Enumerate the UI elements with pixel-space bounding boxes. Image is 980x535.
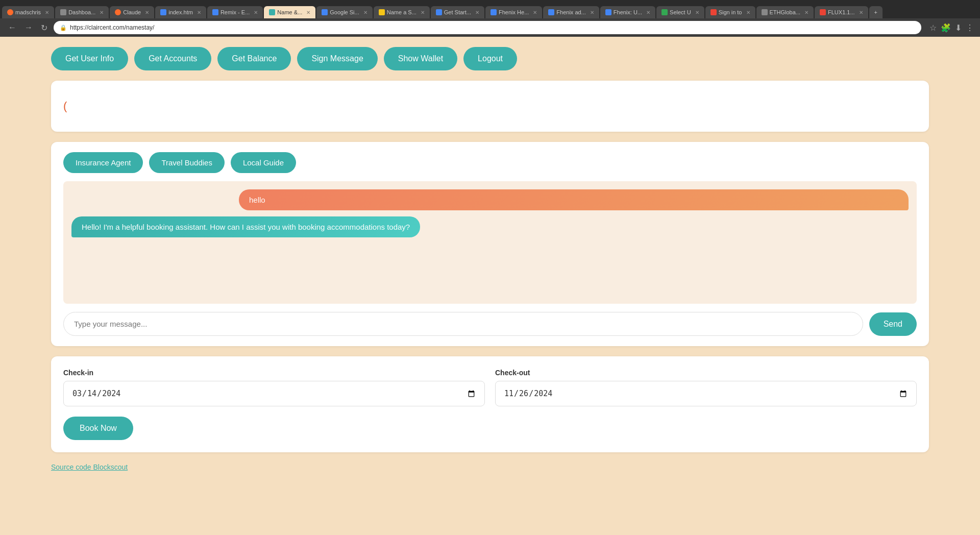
checkout-label: Check-out bbox=[495, 369, 917, 377]
source-link[interactable]: Source code Blockscout bbox=[51, 463, 128, 471]
chat-section-card: Insurance Agent Travel Buddies Local Gui… bbox=[51, 142, 929, 346]
tab-remix[interactable]: Remix - E... ✕ bbox=[207, 6, 263, 18]
sign-message-button[interactable]: Sign Message bbox=[297, 47, 377, 70]
tab-indexhtml[interactable]: index.htm ✕ bbox=[155, 6, 206, 18]
message-user: hello bbox=[239, 189, 909, 210]
tab-favicon bbox=[762, 9, 768, 15]
tab-sign-in[interactable]: Sign in to ✕ bbox=[705, 6, 755, 18]
tab-favicon bbox=[322, 9, 328, 15]
message-assistant: Hello! I'm a helpful booking assistant. … bbox=[71, 216, 420, 237]
logout-button[interactable]: Logout bbox=[463, 47, 517, 70]
tab-favicon bbox=[269, 9, 275, 15]
travel-buddies-button[interactable]: Travel Buddies bbox=[149, 152, 225, 173]
tab-fhenix-ad[interactable]: Fhenix ad... ✕ bbox=[543, 6, 599, 18]
address-bar-row: ← → ↻ 🔒 https://claircent.com/namestay/ … bbox=[0, 18, 980, 37]
top-action-buttons: Get User Info Get Accounts Get Balance S… bbox=[51, 47, 929, 70]
reload-button[interactable]: ↻ bbox=[39, 22, 50, 34]
menu-icon[interactable]: ⋮ bbox=[966, 23, 974, 33]
tab-favicon bbox=[820, 9, 826, 15]
extensions-icon[interactable]: 🧩 bbox=[941, 23, 951, 33]
tab-ethglobal[interactable]: ETHGloba... ✕ bbox=[756, 6, 814, 18]
checkin-field: Check-in bbox=[63, 369, 485, 406]
tab-favicon bbox=[662, 9, 668, 15]
page-content: Get User Info Get Accounts Get Balance S… bbox=[0, 37, 980, 535]
booking-dates-row: Check-in Check-out bbox=[63, 369, 917, 406]
cursor-symbol: ( bbox=[63, 100, 67, 113]
tab-flux[interactable]: FLUX1.1... ✕ bbox=[815, 6, 868, 18]
tab-fhenix-u[interactable]: Fhenix: U... ✕ bbox=[600, 6, 655, 18]
message-input-row: Send bbox=[63, 312, 917, 336]
security-lock-icon: 🔒 bbox=[60, 25, 67, 31]
tab-favicon bbox=[710, 9, 717, 15]
tab-favicon bbox=[491, 9, 497, 15]
tab-madschris[interactable]: madschris ✕ bbox=[2, 6, 54, 18]
back-button[interactable]: ← bbox=[6, 22, 18, 33]
browser-tab-bar: madschris ✕ Dashboa... ✕ Claude ✕ index.… bbox=[0, 0, 980, 18]
tab-favicon bbox=[115, 9, 121, 15]
insurance-agent-button[interactable]: Insurance Agent bbox=[63, 152, 143, 173]
tab-favicon bbox=[212, 9, 218, 15]
tab-claude[interactable]: Claude ✕ bbox=[110, 6, 154, 18]
tab-name-s[interactable]: Name a S... ✕ bbox=[374, 6, 430, 18]
downloads-icon[interactable]: ⬇ bbox=[955, 23, 962, 33]
send-button[interactable]: Send bbox=[869, 312, 917, 336]
tab-selectu[interactable]: Select U ✕ bbox=[656, 6, 704, 18]
get-user-info-button[interactable]: Get User Info bbox=[51, 47, 128, 70]
checkin-input[interactable] bbox=[63, 381, 485, 406]
address-bar[interactable]: 🔒 https://claircent.com/namestay/ bbox=[54, 21, 921, 34]
book-now-button[interactable]: Book Now bbox=[63, 417, 133, 440]
bookmark-icon[interactable]: ☆ bbox=[929, 23, 937, 33]
url-text: https://claircent.com/namestay/ bbox=[70, 24, 154, 31]
forward-button[interactable]: → bbox=[22, 22, 35, 33]
local-guide-button[interactable]: Local Guide bbox=[231, 152, 296, 173]
get-accounts-button[interactable]: Get Accounts bbox=[134, 47, 211, 70]
tab-fhenix-he[interactable]: Fhenix He... ✕ bbox=[485, 6, 542, 18]
show-wallet-button[interactable]: Show Wallet bbox=[384, 47, 457, 70]
tab-favicon bbox=[160, 9, 166, 15]
tab-favicon bbox=[379, 9, 385, 15]
tab-name-active[interactable]: Name &... ✕ bbox=[264, 6, 315, 18]
chat-messages-area: hello Hello! I'm a helpful booking assis… bbox=[63, 181, 917, 304]
text-display-card: ( bbox=[51, 81, 929, 132]
tab-dashboard[interactable]: Dashboa... ✕ bbox=[55, 6, 109, 18]
message-input[interactable] bbox=[63, 312, 863, 336]
footer: Source code Blockscout bbox=[51, 463, 929, 472]
get-balance-button[interactable]: Get Balance bbox=[217, 47, 291, 70]
tab-favicon bbox=[60, 9, 66, 15]
browser-actions: ☆ 🧩 ⬇ ⋮ bbox=[929, 23, 974, 33]
checkout-field: Check-out bbox=[495, 369, 917, 406]
booking-section: Check-in Check-out Book Now bbox=[51, 356, 929, 452]
agent-selector-buttons: Insurance Agent Travel Buddies Local Gui… bbox=[63, 152, 917, 173]
tab-favicon bbox=[605, 9, 611, 15]
tab-get-start[interactable]: Get Start... ✕ bbox=[431, 6, 484, 18]
tab-favicon bbox=[436, 9, 442, 15]
tab-google[interactable]: Google Si... ✕ bbox=[316, 6, 372, 18]
text-display-area: ( bbox=[63, 91, 917, 121]
tab-new[interactable]: + bbox=[869, 6, 883, 18]
checkin-label: Check-in bbox=[63, 369, 485, 377]
tab-favicon bbox=[7, 9, 13, 15]
checkout-input[interactable] bbox=[495, 381, 917, 406]
tab-favicon bbox=[548, 9, 554, 15]
